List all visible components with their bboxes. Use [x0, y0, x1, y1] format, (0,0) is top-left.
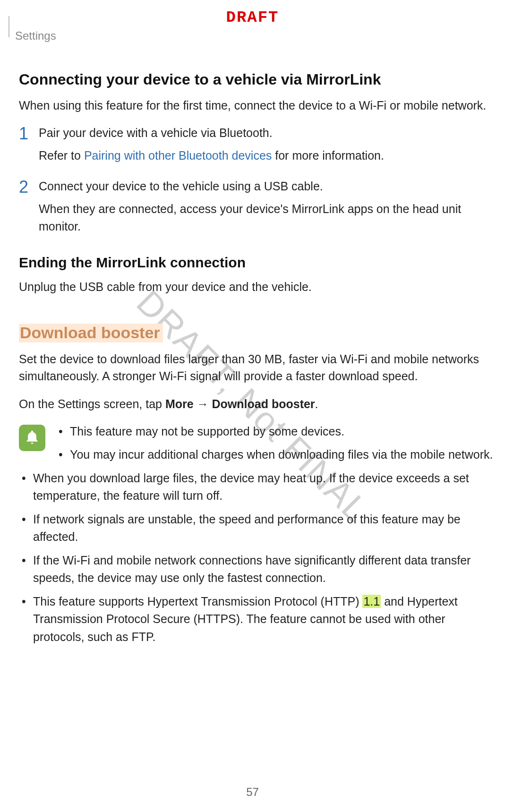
bell-icon-svg [25, 429, 40, 446]
step-1: 1 Pair your device with a vehicle via Bl… [19, 124, 495, 164]
step-number: 2 [19, 178, 39, 196]
p2-more: More [165, 397, 194, 410]
draft-banner: DRAFT [0, 9, 505, 26]
section-ending-title: Ending the MirrorLink connection [19, 255, 495, 271]
bluetooth-pairing-link[interactable]: Pairing with other Bluetooth devices [84, 149, 272, 162]
page: DRAFT Settings DRAFT, Not FINAL Connecti… [0, 0, 505, 812]
section-download-booster-title: Download booster [19, 324, 163, 342]
note-item: If the Wi-Fi and mobile network connecti… [19, 552, 495, 587]
download-booster-p1: Set the device to download files larger … [19, 350, 495, 385]
p2-suffix: . [315, 397, 318, 410]
step-1-sub-prefix: Refer to [39, 149, 84, 162]
section-mirrorlink-title: Connecting your device to a vehicle via … [19, 71, 495, 88]
content: Connecting your device to a vehicle via … [19, 71, 495, 651]
p2-arrow: → [194, 397, 212, 410]
page-number: 57 [0, 786, 505, 799]
step-1-line: Pair your device with a vehicle via Blue… [39, 124, 495, 142]
step-body: Pair your device with a vehicle via Blue… [39, 124, 495, 164]
step-2-line: Connect your device to the vehicle using… [39, 178, 495, 196]
step-1-sub-suffix: for more information. [272, 149, 384, 162]
section-mirrorlink-intro: When using this feature for the first ti… [19, 97, 495, 114]
header-breadcrumb: Settings [15, 29, 56, 43]
step-1-sub: Refer to Pairing with other Bluetooth de… [39, 147, 495, 165]
note-item: This feature supports Hypertext Transmis… [19, 593, 495, 646]
note-box: This feature may not be supported by som… [19, 423, 495, 652]
note-item: This feature may not be supported by som… [56, 423, 495, 441]
note-item: When you download large files, the devic… [19, 470, 495, 505]
step-2: 2 Connect your device to the vehicle usi… [19, 178, 495, 236]
section-download-booster-title-wrap: Download booster [19, 324, 495, 342]
note-list: This feature may not be supported by som… [56, 423, 495, 652]
step-2-sub: When they are connected, access your dev… [39, 200, 495, 236]
note-item: If network signals are unstable, the spe… [19, 511, 495, 546]
bell-icon [19, 425, 45, 451]
download-booster-p2: On the Settings screen, tap More → Downl… [19, 395, 495, 412]
p2-prefix: On the Settings screen, tap [19, 397, 165, 410]
step-body: Connect your device to the vehicle using… [39, 178, 495, 236]
step-number: 1 [19, 124, 39, 142]
note6-a: This feature supports Hypertext Transmis… [33, 595, 362, 608]
note6-highlight: 1.1 [362, 595, 381, 608]
section-ending-body: Unplug the USB cable from your device an… [19, 278, 495, 295]
note-item: You may incur additional charges when do… [56, 446, 495, 464]
p2-download-booster: Download booster [212, 397, 315, 410]
